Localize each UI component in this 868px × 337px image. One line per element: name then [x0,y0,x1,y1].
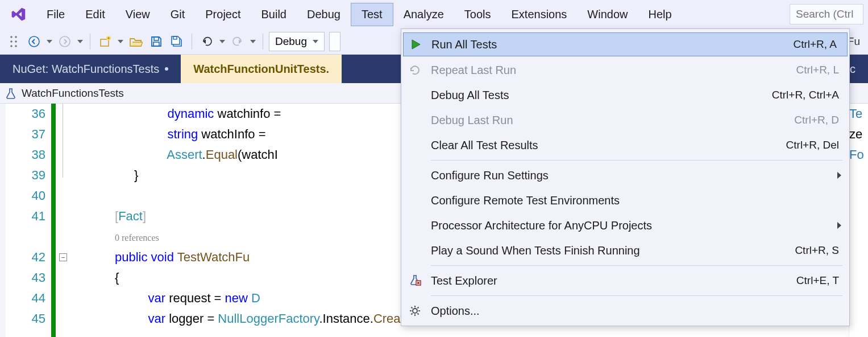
undo-more[interactable] [218,32,226,51]
menu-analyze[interactable]: Analyze [393,3,454,26]
line-number-gutter: 36373839404142434445 [6,104,51,337]
menu-item-label: Repeat Last Run [431,64,516,77]
nav-fwd-more[interactable] [76,32,84,51]
new-item-more[interactable] [117,32,124,51]
test-menu-dropdown: Run All TestsCtrl+R, ARepeat Last RunCtr… [401,28,850,326]
blank-icon [407,112,423,128]
menu-debug[interactable]: Debug [297,3,351,26]
test-explorer-icon [407,273,423,289]
flask-icon [5,87,17,100]
nav-back-more[interactable] [45,32,53,51]
shortcut-label: Ctrl+R, A [793,38,837,51]
svg-point-3 [15,40,17,43]
tab-label: NuGet: WatchFunctionsTests [13,63,159,76]
svg-rect-11 [153,42,159,46]
redo-button[interactable] [229,32,247,51]
save-button[interactable] [147,32,165,51]
menu-view[interactable]: View [115,3,160,26]
svg-point-7 [60,36,70,47]
separator [192,34,192,50]
config-label: Debug [275,35,307,48]
redo-more[interactable] [249,32,257,51]
menu-item-label: Options... [431,305,480,318]
play-green-icon [408,36,423,52]
shortcut-label: Ctrl+R, L [796,64,840,76]
menu-item-label: Debug Last Run [431,114,513,127]
menu-window[interactable]: Window [577,3,638,26]
gear-icon [407,303,423,319]
blank-icon [407,217,423,233]
svg-line-20 [417,313,418,314]
menu-project[interactable]: Project [195,3,251,26]
menu-item-configure-remote-test-environments[interactable]: Configure Remote Test Environments [401,188,849,213]
svg-rect-8 [101,39,109,46]
svg-point-1 [15,36,17,38]
dot-icon [165,67,168,71]
menu-separator [431,295,842,296]
menu-tools[interactable]: Tools [454,3,501,26]
menu-extensions[interactable]: Extensions [501,3,577,26]
submenu-arrow-icon [837,172,841,179]
blank-icon [407,137,423,153]
menu-item-label: Clear All Test Results [431,139,538,152]
svg-point-4 [10,45,13,47]
shortcut-label: Ctrl+R, D [794,114,839,126]
grip-icon [5,32,23,51]
vs-logo [9,5,27,23]
blank-icon [407,243,423,258]
menu-item-label: Configure Remote Test Environments [431,194,620,207]
menu-item-options[interactable]: Options... [401,298,849,323]
menu-file[interactable]: File [36,3,75,26]
menu-item-label: Play a Sound When Tests Finish Running [431,244,640,257]
tab-nuget[interactable]: NuGet: WatchFunctionsTests [0,55,181,83]
menu-item-play-a-sound-when-tests-finish-running[interactable]: Play a Sound When Tests Finish RunningCt… [401,238,849,263]
change-bar [51,104,56,337]
menu-help[interactable]: Help [638,3,682,26]
right-peek: TezeFo [849,104,868,337]
svg-line-22 [417,307,418,309]
svg-point-5 [15,45,17,47]
menu-build[interactable]: Build [251,3,297,26]
menu-item-debug-last-run: Debug Last RunCtrl+R, D [401,108,849,133]
menu-item-clear-all-test-results[interactable]: Clear All Test ResultsCtrl+R, Del [401,133,849,158]
separator [263,34,263,50]
menu-item-label: Processor Architecture for AnyCPU Projec… [431,219,652,232]
nav-back-button[interactable] [25,32,43,51]
menu-item-label: Run All Tests [431,38,497,51]
menu-git[interactable]: Git [160,3,196,26]
menu-test[interactable]: Test [351,3,393,26]
submenu-arrow-icon [837,222,841,229]
fold-gutter[interactable]: − [56,104,72,337]
tab-unit-tests[interactable]: WatchFunctionUnitTests. [181,55,342,83]
menu-item-processor-architecture-for-anycpu-projects[interactable]: Processor Architecture for AnyCPU Projec… [401,213,849,238]
menu-item-test-explorer[interactable]: Test ExplorerCtrl+E, T [401,268,849,293]
breadcrumb-label: WatchFunctionsTests [22,87,124,100]
menu-item-label: Debug All Tests [431,89,509,102]
new-item-button[interactable] [96,32,114,51]
menu-edit[interactable]: Edit [75,3,115,26]
svg-point-2 [10,40,13,43]
menu-item-label: Configure Run Settings [431,169,549,182]
shortcut-label: Ctrl+R, S [795,244,839,257]
menu-separator [431,160,842,161]
platform-dropdown[interactable] [329,32,340,51]
undo-button[interactable] [198,32,216,51]
svg-point-0 [10,36,13,38]
repeat-icon [407,62,423,78]
menu-item-debug-all-tests[interactable]: Debug All TestsCtrl+R, Ctrl+A [401,83,849,108]
save-all-button[interactable] [168,32,186,51]
chevron-down-icon [313,40,318,43]
search-input[interactable]: Search (Ctrl [790,4,863,24]
blank-icon [407,192,423,208]
config-dropdown[interactable]: Debug [269,32,325,51]
nav-forward-button [56,32,74,51]
shortcut-label: Ctrl+E, T [796,274,839,287]
menu-item-run-all-tests[interactable]: Run All TestsCtrl+R, A [403,32,848,56]
fold-toggle[interactable]: − [59,253,67,261]
open-button[interactable] [127,32,145,51]
shortcut-label: Ctrl+R, Del [786,139,839,151]
editor-margin [0,104,6,337]
blank-icon [407,167,423,183]
menu-item-configure-run-settings[interactable]: Configure Run Settings [401,163,849,188]
menubar: File Edit View Git Project Build Debug T… [0,0,868,28]
